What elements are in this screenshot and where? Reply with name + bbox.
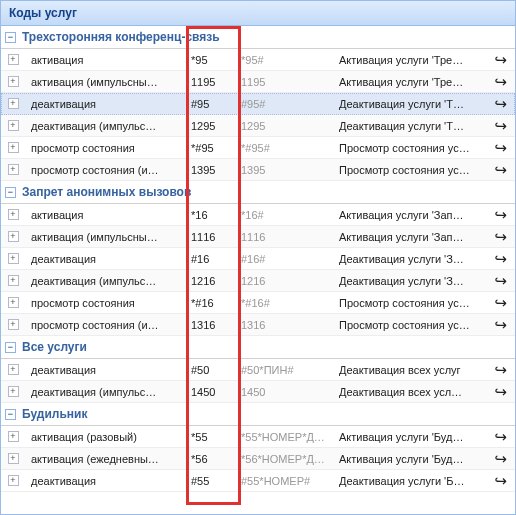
row-expand[interactable]: + xyxy=(1,319,25,330)
row-action[interactable]: ↩ xyxy=(485,73,515,91)
row-action[interactable]: ↩ xyxy=(485,472,515,490)
grid-scroll[interactable]: −Трехсторонняя конференц-связь+активация… xyxy=(1,26,515,513)
plus-icon[interactable]: + xyxy=(8,319,19,330)
table-row[interactable]: +деактивация (импульс…14501450Деактиваци… xyxy=(1,381,515,403)
row-expand[interactable]: + xyxy=(1,120,25,131)
plus-icon[interactable]: + xyxy=(8,231,19,242)
table-row[interactable]: +активация*95*95#Активация услуги 'Тре…↩ xyxy=(1,49,515,71)
reply-icon[interactable]: ↩ xyxy=(494,316,507,334)
table-row[interactable]: +деактивация#50#50*ПИН#Деактивация всех … xyxy=(1,359,515,381)
row-expand[interactable]: + xyxy=(1,98,25,109)
row-action[interactable]: ↩ xyxy=(485,361,515,379)
row-expand[interactable]: + xyxy=(1,431,25,442)
group-header[interactable]: −Запрет анонимных вызовов xyxy=(1,181,515,204)
row-action[interactable]: ↩ xyxy=(485,117,515,135)
plus-icon[interactable]: + xyxy=(8,164,19,175)
table-row[interactable]: +просмотр состояния (и…13161316Просмотр … xyxy=(1,314,515,336)
row-action[interactable]: ↩ xyxy=(485,272,515,290)
reply-icon[interactable]: ↩ xyxy=(494,228,507,246)
collapse-icon[interactable]: − xyxy=(5,342,16,353)
row-expand[interactable]: + xyxy=(1,364,25,375)
plus-icon[interactable]: + xyxy=(8,297,19,308)
table-row[interactable]: +просмотр состояния*#95*#95#Просмотр сос… xyxy=(1,137,515,159)
cell-description: Просмотр состояния ус… xyxy=(333,297,485,309)
row-action[interactable]: ↩ xyxy=(485,228,515,246)
reply-icon[interactable]: ↩ xyxy=(494,73,507,91)
plus-icon[interactable]: + xyxy=(8,453,19,464)
row-action[interactable]: ↩ xyxy=(485,250,515,268)
row-expand[interactable]: + xyxy=(1,76,25,87)
reply-icon[interactable]: ↩ xyxy=(494,383,507,401)
cell-code-full: 1295 xyxy=(235,120,333,132)
row-expand[interactable]: + xyxy=(1,275,25,286)
collapse-icon[interactable]: − xyxy=(5,409,16,420)
plus-icon[interactable]: + xyxy=(8,98,19,109)
table-row[interactable]: +деактивация (импульс…12161216Деактиваци… xyxy=(1,270,515,292)
plus-icon[interactable]: + xyxy=(8,142,19,153)
row-action[interactable]: ↩ xyxy=(485,383,515,401)
table-row[interactable]: +активация (импульсны…11951195Активация … xyxy=(1,71,515,93)
row-expand[interactable]: + xyxy=(1,209,25,220)
row-action[interactable]: ↩ xyxy=(485,294,515,312)
row-expand[interactable]: + xyxy=(1,297,25,308)
table-row[interactable]: +деактивация#95#95#Деактивация услуги 'Т… xyxy=(1,93,515,115)
row-action[interactable]: ↩ xyxy=(485,139,515,157)
reply-icon[interactable]: ↩ xyxy=(494,51,507,69)
row-action[interactable]: ↩ xyxy=(485,428,515,446)
table-row[interactable]: +деактивация#55#55*НОМЕР#Деактивация усл… xyxy=(1,470,515,492)
row-action[interactable]: ↩ xyxy=(485,95,515,113)
row-action[interactable]: ↩ xyxy=(485,51,515,69)
reply-icon[interactable]: ↩ xyxy=(494,206,507,224)
row-action[interactable]: ↩ xyxy=(485,206,515,224)
plus-icon[interactable]: + xyxy=(8,120,19,131)
row-expand[interactable]: + xyxy=(1,142,25,153)
cell-name: активация (разовый) xyxy=(25,431,185,443)
group-header[interactable]: −Все услуги xyxy=(1,336,515,359)
table-row[interactable]: +деактивация (импульс…12951295Деактиваци… xyxy=(1,115,515,137)
reply-icon[interactable]: ↩ xyxy=(494,161,507,179)
table-row[interactable]: +активация (ежедневны…*56*56*НОМЕР*Д…Акт… xyxy=(1,448,515,470)
plus-icon[interactable]: + xyxy=(8,275,19,286)
row-expand[interactable]: + xyxy=(1,231,25,242)
reply-icon[interactable]: ↩ xyxy=(494,250,507,268)
plus-icon[interactable]: + xyxy=(8,475,19,486)
row-action[interactable]: ↩ xyxy=(485,161,515,179)
row-expand[interactable]: + xyxy=(1,453,25,464)
reply-icon[interactable]: ↩ xyxy=(494,428,507,446)
row-expand[interactable]: + xyxy=(1,54,25,65)
table-row[interactable]: +просмотр состояния*#16*#16#Просмотр сос… xyxy=(1,292,515,314)
plus-icon[interactable]: + xyxy=(8,76,19,87)
row-expand[interactable]: + xyxy=(1,386,25,397)
cell-description: Активация услуги 'Зап… xyxy=(333,231,485,243)
reply-icon[interactable]: ↩ xyxy=(494,117,507,135)
plus-icon[interactable]: + xyxy=(8,364,19,375)
table-row[interactable]: +просмотр состояния (и…13951395Просмотр … xyxy=(1,159,515,181)
plus-icon[interactable]: + xyxy=(8,431,19,442)
reply-icon[interactable]: ↩ xyxy=(494,450,507,468)
group-header[interactable]: −Трехсторонняя конференц-связь xyxy=(1,26,515,49)
table-row[interactable]: +деактивация#16#16#Деактивация услуги 'З… xyxy=(1,248,515,270)
reply-icon[interactable]: ↩ xyxy=(494,95,507,113)
plus-icon[interactable]: + xyxy=(8,209,19,220)
collapse-icon[interactable]: − xyxy=(5,187,16,198)
cell-name: активация (импульсны… xyxy=(25,231,185,243)
row-action[interactable]: ↩ xyxy=(485,450,515,468)
reply-icon[interactable]: ↩ xyxy=(494,272,507,290)
collapse-icon[interactable]: − xyxy=(5,32,16,43)
table-row[interactable]: +активация*16*16#Активация услуги 'Зап…↩ xyxy=(1,204,515,226)
plus-icon[interactable]: + xyxy=(8,54,19,65)
plus-icon[interactable]: + xyxy=(8,386,19,397)
row-expand[interactable]: + xyxy=(1,475,25,486)
table-row[interactable]: +активация (разовый)*55*55*НОМЕР*Д…Актив… xyxy=(1,426,515,448)
plus-icon[interactable]: + xyxy=(8,253,19,264)
row-expand[interactable]: + xyxy=(1,164,25,175)
row-expand[interactable]: + xyxy=(1,253,25,264)
reply-icon[interactable]: ↩ xyxy=(494,361,507,379)
reply-icon[interactable]: ↩ xyxy=(494,472,507,490)
reply-icon[interactable]: ↩ xyxy=(494,139,507,157)
row-action[interactable]: ↩ xyxy=(485,316,515,334)
table-row[interactable]: +активация (импульсны…11161116Активация … xyxy=(1,226,515,248)
reply-icon[interactable]: ↩ xyxy=(494,294,507,312)
cell-name: активация (ежедневны… xyxy=(25,453,185,465)
group-header[interactable]: −Будильник xyxy=(1,403,515,426)
